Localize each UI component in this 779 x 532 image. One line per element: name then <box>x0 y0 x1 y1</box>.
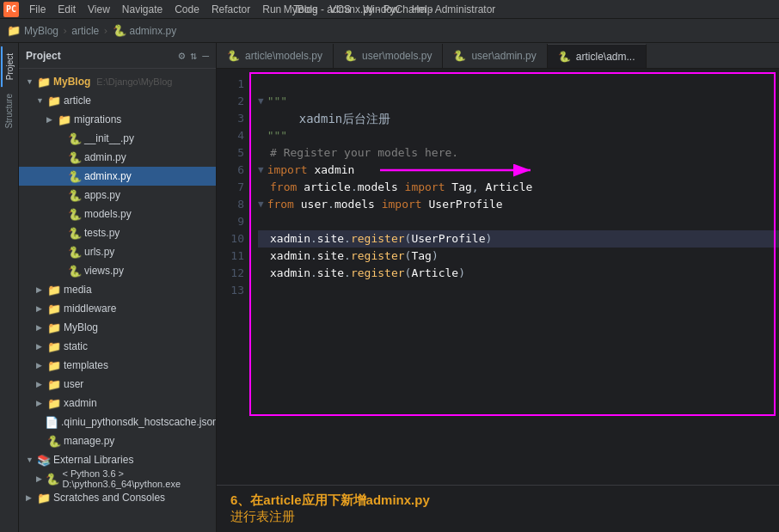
no-arrow: ▶ <box>57 229 65 237</box>
tree-models[interactable]: ▶ 🐍 models.py <box>19 205 216 223</box>
arrow-right-scratches: ▶ <box>26 493 34 502</box>
breadcrumb-article[interactable]: article <box>71 25 99 37</box>
breadcrumb-myblog[interactable]: 📁 MyBlog <box>7 24 58 37</box>
tree-tests[interactable]: ▶ 🐍 tests.py <box>19 223 216 242</box>
code-xadmin-6: xadmin <box>314 162 354 179</box>
annotation-title: 6、在article应用下新增adminx.py <box>230 492 765 509</box>
tab-python-icon-3: 🐍 <box>453 50 466 62</box>
menu-code[interactable]: Code <box>169 2 205 17</box>
breadcrumb-sep-2: › <box>102 25 108 37</box>
tab-python-icon-4: 🐍 <box>558 51 571 63</box>
gear-icon[interactable]: ⚙ <box>179 49 186 62</box>
tree-qiniu[interactable]: ▶ 📄 .qiniu_pythonsdk_hostscache.json <box>19 413 216 431</box>
code-import-6: import <box>267 162 308 179</box>
code-import-8: import <box>382 196 422 213</box>
fold-4: ▼ <box>258 127 264 144</box>
tree-python36[interactable]: ▶ 🐍 < Python 3.6 > D:\python3.6_64\pytho… <box>19 469 216 488</box>
tree-manage[interactable]: ▶ 🐍 manage.py <box>19 431 216 450</box>
no-arrow: ▶ <box>57 248 65 256</box>
middleware-label: middleware <box>64 303 116 315</box>
no-arrow: ▶ <box>57 172 65 180</box>
tree-xadmin[interactable]: ▶ 📁 xadmin <box>19 394 216 413</box>
tree-static[interactable]: ▶ 📁 static <box>19 337 216 356</box>
menu-navigate[interactable]: Navigate <box>117 2 168 17</box>
menu-edit[interactable]: Edit <box>52 2 81 17</box>
code-editor: 1 2 3 4 5 6 7 8 9 10 11 12 13 ▼ " <box>217 69 779 485</box>
user-folder-icon: 📁 <box>47 378 61 391</box>
expand-icon[interactable]: ⇅ <box>190 49 197 62</box>
migrations-folder-icon: 📁 <box>58 113 71 126</box>
tab-user-admin[interactable]: 🐍 user\admin.py <box>443 44 547 68</box>
code-models-7: models <box>358 179 398 196</box>
tab-article-models[interactable]: 🐍 article\models.py <box>217 44 334 68</box>
tab-python-icon-1: 🐍 <box>227 50 240 62</box>
tab-project[interactable]: Project <box>1 46 17 87</box>
tree-migrations[interactable]: ▶ 📁 migrations <box>19 110 216 129</box>
tree-admin[interactable]: ▶ 🐍 admin.py <box>19 148 216 167</box>
app-logo: PC <box>3 2 19 17</box>
tree-init[interactable]: ▶ 🐍 __init__.py <box>19 129 216 148</box>
project-panel: Project ⚙ ⇅ — ▼ 📁 MyBlog E:\Django\MyBlo… <box>19 43 217 532</box>
menu-file[interactable]: File <box>24 2 51 17</box>
adminx-python-icon: 🐍 <box>68 170 82 183</box>
ext-libs-folder-icon: 📚 <box>37 454 51 467</box>
urls-python-icon: 🐍 <box>68 246 82 259</box>
admin-label: admin.py <box>84 151 126 163</box>
myblog-sub-label: MyBlog <box>64 321 98 333</box>
menu-refactor[interactable]: Refactor <box>206 2 255 17</box>
article-folder-icon: 📁 <box>47 95 61 107</box>
arrow-right-static: ▶ <box>36 342 45 351</box>
code-xadmin-11: xadmin <box>270 248 310 265</box>
arrow-right-media: ▶ <box>36 285 45 294</box>
code-from-8: from <box>267 196 294 213</box>
tree-urls[interactable]: ▶ 🐍 urls.py <box>19 242 216 261</box>
fold-2: ▼ <box>258 93 264 110</box>
tab-label-4: article\adm... <box>576 51 635 63</box>
tree-apps[interactable]: ▶ 🐍 apps.py <box>19 186 216 205</box>
root-path: E:\Django\MyBlog <box>96 76 172 87</box>
code-line-3: xadmin后台注册 <box>258 110 779 127</box>
code-register-12: register <box>351 265 405 282</box>
file-tree: ▼ 📁 MyBlog E:\Django\MyBlog ▼ 📁 article … <box>19 69 216 532</box>
tree-myblog-sub[interactable]: ▶ 📁 MyBlog <box>19 318 216 337</box>
code-string-2: """ <box>267 93 287 110</box>
code-line-10: xadmin . site . register ( UserProfile ) <box>258 230 779 248</box>
tree-views[interactable]: ▶ 🐍 views.py <box>19 261 216 280</box>
tree-templates[interactable]: ▶ 📁 templates <box>19 356 216 375</box>
tree-middleware[interactable]: ▶ 📁 middleware <box>19 299 216 318</box>
code-tag-11: Tag <box>411 248 431 265</box>
breadcrumb-file[interactable]: 🐍 adminx.py <box>113 24 177 37</box>
scratches-folder-icon: 📁 <box>37 492 51 504</box>
tab-user-models[interactable]: 🐍 user\models.py <box>334 44 443 68</box>
menu-view[interactable]: View <box>83 2 115 17</box>
tree-adminx[interactable]: ▶ 🐍 adminx.py <box>19 167 216 186</box>
tree-article[interactable]: ▼ 📁 article <box>19 91 216 110</box>
tests-label: tests.py <box>84 227 120 239</box>
code-article-12: Article <box>411 265 458 282</box>
code-line-7: from article . models import Tag , Artic… <box>258 179 779 196</box>
close-icon[interactable]: — <box>202 49 209 62</box>
breadcrumb-sep-1: › <box>62 25 68 37</box>
menu-run[interactable]: Run <box>257 2 286 17</box>
tab-structure[interactable]: Structure <box>2 87 16 136</box>
code-line-11: xadmin . site . register ( Tag ) <box>258 248 779 265</box>
code-content[interactable]: ▼ """ xadmin后台注册 ▼ """ # Register your m… <box>251 69 779 485</box>
article-label: article <box>64 95 91 107</box>
panel-title: Project <box>26 50 61 62</box>
tree-media[interactable]: ▶ 📁 media <box>19 280 216 299</box>
tab-label-2: user\models.py <box>362 50 432 62</box>
code-from-7: from <box>270 179 297 196</box>
tree-ext-libs[interactable]: ▼ 📚 External Libraries <box>19 450 216 469</box>
tab-label-3: user\admin.py <box>471 50 536 62</box>
code-models-8: models <box>334 196 375 213</box>
no-arrow: ▶ <box>57 191 65 199</box>
code-import-7: import <box>405 179 445 196</box>
tab-article-adminx[interactable]: 🐍 article\adm... <box>548 44 647 68</box>
arrow-icon: ▼ <box>26 77 34 86</box>
tree-root[interactable]: ▼ 📁 MyBlog E:\Django\MyBlog <box>19 72 216 91</box>
tree-scratches[interactable]: ▶ 📁 Scratches and Consoles <box>19 488 216 507</box>
tree-user[interactable]: ▶ 📁 user <box>19 375 216 394</box>
code-article-7: article <box>304 179 351 196</box>
urls-label: urls.py <box>84 246 114 258</box>
code-line-8: ▼ from user . models import UserProfile <box>258 196 779 213</box>
